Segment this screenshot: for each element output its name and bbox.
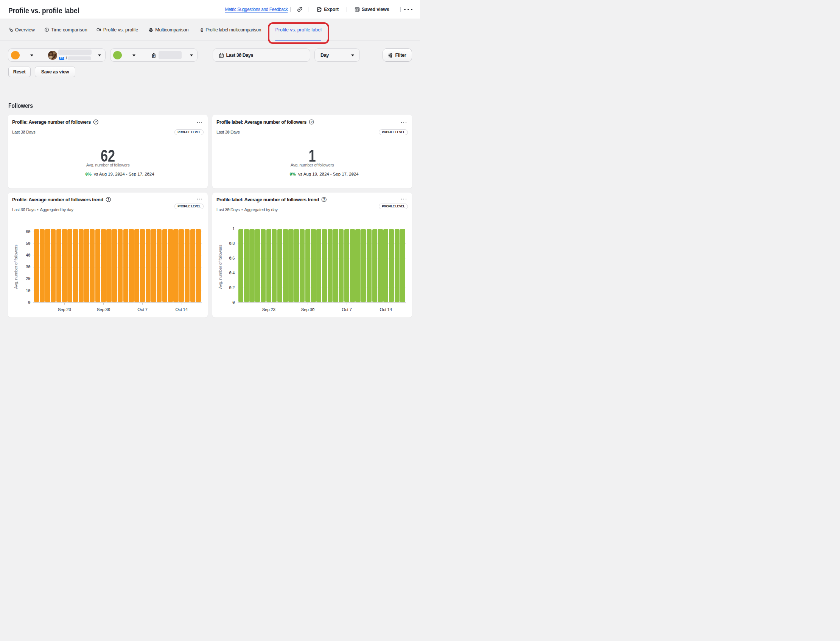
svg-text:?: ? (108, 198, 109, 201)
svg-text:?: ? (95, 120, 97, 124)
svg-text:P: P (153, 55, 155, 58)
svg-text:P: P (201, 29, 203, 31)
svg-text:?: ? (323, 198, 325, 201)
svg-text:?: ? (311, 120, 312, 124)
